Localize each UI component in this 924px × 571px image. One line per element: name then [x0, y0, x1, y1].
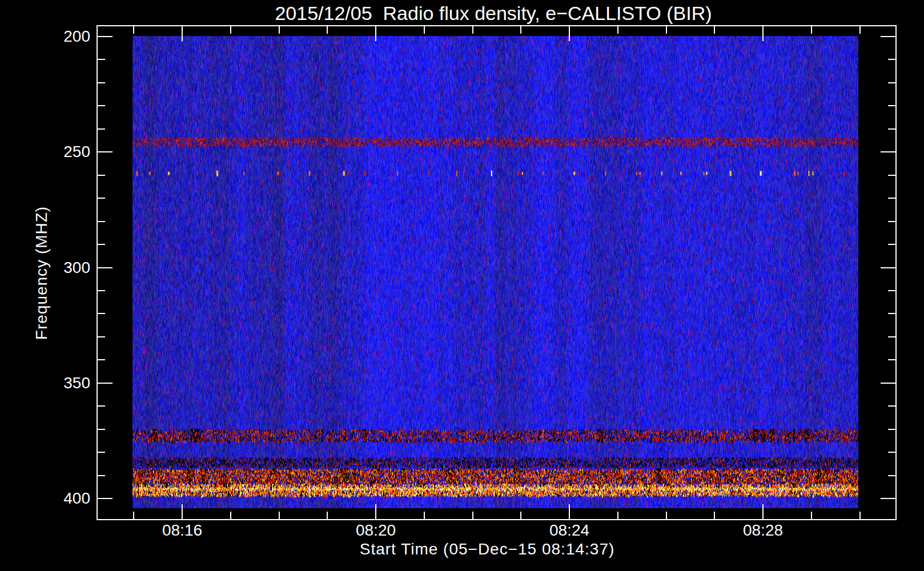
axis-tick	[888, 59, 895, 60]
axis-tick	[375, 504, 376, 519]
y-tick-label: 300	[29, 258, 90, 278]
axis-tick	[888, 290, 895, 291]
axis-tick	[888, 82, 895, 83]
axis-tick	[230, 26, 231, 34]
axis-tick	[98, 452, 105, 453]
axis-tick	[881, 36, 895, 37]
x-tick-label: 08:24	[524, 521, 615, 540]
axis-tick	[888, 429, 895, 430]
axis-tick	[133, 512, 134, 519]
axis-tick	[182, 26, 183, 41]
axis-tick	[714, 512, 715, 519]
axis-tick	[888, 244, 895, 245]
axis-tick	[133, 26, 134, 34]
axis-tick	[888, 128, 895, 130]
axis-tick	[666, 26, 667, 34]
axis-tick	[881, 151, 895, 152]
axis-tick	[98, 359, 105, 360]
axis-tick	[98, 105, 105, 106]
axis-tick	[230, 512, 231, 519]
axis-tick	[520, 26, 521, 34]
axis-tick	[98, 82, 105, 83]
axis-tick	[98, 290, 105, 291]
y-tick-label: 250	[29, 142, 90, 162]
axis-tick	[327, 26, 328, 34]
axis-tick	[888, 359, 895, 360]
axis-tick	[762, 504, 764, 519]
axis-tick	[279, 512, 280, 519]
axis-tick	[520, 512, 521, 519]
x-tick-label: 08:16	[136, 521, 228, 540]
axis-tick	[98, 175, 105, 176]
axis-tick	[98, 244, 105, 245]
x-axis-label: Start Time (05−Dec−15 08:14:37)	[360, 540, 615, 558]
axis-tick	[98, 151, 113, 152]
axis-tick	[859, 512, 861, 519]
axis-tick	[888, 198, 895, 199]
axis-tick	[98, 221, 105, 222]
axis-tick	[888, 336, 895, 337]
axis-tick	[327, 512, 328, 519]
axis-tick	[424, 512, 425, 519]
axis-tick	[375, 26, 376, 41]
axis-tick	[98, 405, 105, 407]
axis-tick	[98, 198, 105, 199]
axis-tick	[888, 452, 895, 453]
plot-frame	[97, 25, 897, 520]
axis-tick	[888, 475, 895, 476]
axis-tick	[881, 267, 895, 268]
axis-tick	[888, 175, 895, 176]
axis-tick	[472, 26, 473, 34]
axis-tick	[98, 59, 105, 60]
axis-tick	[881, 383, 895, 384]
axis-tick	[617, 26, 618, 34]
x-tick-label: 08:28	[717, 521, 809, 540]
axis-tick	[98, 267, 113, 268]
axis-tick	[98, 429, 105, 430]
axis-tick	[279, 26, 280, 34]
y-tick-label: 200	[29, 27, 90, 46]
axis-tick	[888, 221, 895, 222]
axis-tick	[424, 26, 425, 34]
axis-tick	[182, 504, 183, 519]
axis-tick	[98, 36, 113, 37]
axis-tick	[472, 512, 473, 519]
y-tick-label: 400	[29, 489, 90, 508]
axis-tick	[888, 313, 895, 314]
axis-tick	[98, 336, 105, 337]
axis-tick	[881, 498, 895, 499]
axis-tick	[98, 498, 113, 499]
axis-tick	[98, 313, 105, 314]
spectrogram-figure: 2015/12/05 Radio flux density, e−CALLIST…	[0, 0, 924, 571]
axis-tick	[617, 512, 618, 519]
axis-tick	[888, 105, 895, 106]
axis-tick	[98, 475, 105, 476]
axis-tick	[811, 512, 812, 519]
chart-title: 2015/12/05 Radio flux density, e−CALLIST…	[275, 2, 712, 25]
axis-tick	[569, 26, 570, 41]
y-tick-label: 350	[29, 373, 90, 393]
axis-tick	[98, 128, 105, 130]
axis-tick	[569, 504, 570, 519]
axis-tick	[811, 26, 812, 34]
x-tick-label: 08:20	[330, 521, 421, 540]
axis-tick	[888, 405, 895, 407]
axis-tick	[762, 26, 764, 41]
axis-tick	[859, 26, 861, 34]
axis-tick	[714, 26, 715, 34]
axis-tick	[98, 383, 113, 384]
axis-tick	[666, 512, 667, 519]
